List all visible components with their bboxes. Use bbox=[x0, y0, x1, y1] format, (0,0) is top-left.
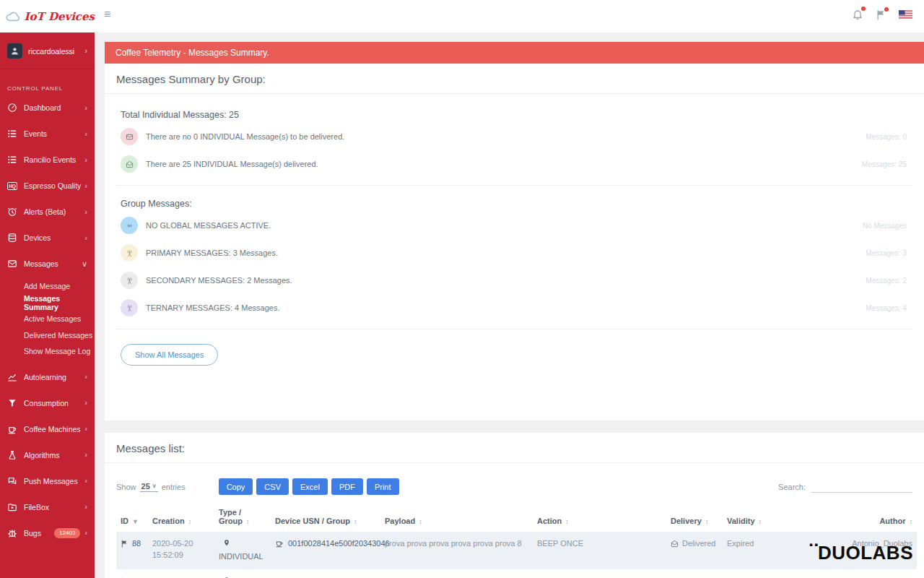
sidebar-item-label: Consumption bbox=[24, 399, 69, 407]
sort-icon: ↕ bbox=[910, 518, 913, 525]
notification-dot bbox=[861, 7, 866, 11]
sort-desc-icon: ▼ bbox=[132, 518, 139, 525]
pdf-button[interactable]: PDF bbox=[331, 478, 363, 495]
print-button[interactable]: Print bbox=[367, 478, 399, 495]
submenu-add-message[interactable]: Add Message bbox=[0, 278, 95, 295]
sidebar-user[interactable]: riccardoalessi › bbox=[0, 33, 95, 69]
submenu-show-message-log[interactable]: Show Message Log bbox=[0, 343, 95, 360]
group-row-ternary: TERNARY MESSAGES: 4 Messages. Messages: … bbox=[121, 294, 908, 322]
col-action[interactable]: Action ↕ bbox=[533, 504, 666, 532]
sidebar-item-alerts[interactable]: Alerts (Beta) › bbox=[0, 199, 95, 225]
sidebar-item-consumption[interactable]: Consumption › bbox=[0, 390, 95, 416]
total-individual-messages: Total Individual Messages: 25 bbox=[121, 110, 908, 120]
envelope-open-icon bbox=[671, 540, 679, 548]
sidebar-item-events[interactable]: Events › bbox=[0, 121, 95, 147]
flask-icon bbox=[7, 450, 17, 460]
submenu-delivered-messages[interactable]: Delivered Messages bbox=[0, 327, 95, 344]
show-label: Show bbox=[116, 483, 136, 491]
message-author: Antonio_Duolabs bbox=[811, 569, 917, 578]
sidebar-item-label: Dashboard bbox=[24, 103, 61, 112]
group-row-count: Messages: 2 bbox=[866, 277, 907, 285]
bug-icon bbox=[7, 528, 17, 538]
page-size-select[interactable]: 25 ∨ bbox=[140, 482, 158, 492]
notification-dot bbox=[884, 7, 889, 12]
chevron-right-icon: › bbox=[84, 47, 87, 55]
table-header-row: ID ▼ Creation ↕ Type / Group ↕ Device US… bbox=[116, 504, 917, 532]
duolabs-text: DUOLABS bbox=[818, 542, 913, 564]
sidebar-item-dashboard[interactable]: Dashboard › bbox=[0, 95, 95, 121]
app-logo[interactable]: IoT Devices bbox=[0, 0, 95, 33]
chevron-right-icon: › bbox=[84, 399, 87, 407]
copy-button[interactable]: Copy bbox=[219, 478, 253, 495]
export-buttons: Copy CSV Excel PDF Print bbox=[219, 478, 399, 495]
sidebar-item-coffee-machines[interactable]: Coffee Machines › bbox=[0, 416, 95, 442]
submenu-messages-summary[interactable]: Messages Summary bbox=[0, 295, 95, 311]
summary-card-title: Messages Summary by Group: bbox=[105, 64, 924, 94]
chat-bubbles-icon bbox=[7, 476, 17, 486]
chevron-right-icon: › bbox=[84, 477, 87, 485]
sidebar-item-filebox[interactable]: FileBox › bbox=[0, 494, 95, 520]
sidebar-item-label: Alerts (Beta) bbox=[24, 207, 66, 216]
csv-button[interactable]: CSV bbox=[256, 478, 289, 495]
chevron-right-icon: › bbox=[84, 451, 87, 459]
search-input[interactable] bbox=[811, 480, 912, 493]
submenu-active-messages[interactable]: Active Messages bbox=[0, 311, 95, 327]
col-type-group[interactable]: Type / Group ↕ bbox=[214, 504, 271, 532]
sidebar-item-push-messages[interactable]: Push Messages › bbox=[0, 468, 95, 494]
group-row-primary: PRIMARY MESSAGES: 3 Messages. Messages: … bbox=[121, 239, 908, 267]
col-author[interactable]: Author ↕ bbox=[811, 504, 917, 532]
col-device-usn[interactable]: Device USN / Group ↕ bbox=[271, 504, 380, 532]
message-type: INDIVIDUAL bbox=[219, 551, 266, 563]
gauge-icon bbox=[7, 103, 17, 113]
excel-button[interactable]: Excel bbox=[292, 478, 328, 495]
summary-row-undelivered: There are no 0 INDIVIDUAL Message(s) to … bbox=[121, 123, 908, 150]
chevron-right-icon: › bbox=[84, 529, 87, 537]
sidebar-item-bugs[interactable]: Bugs 12403 › bbox=[0, 520, 95, 546]
flag-alerts-icon[interactable] bbox=[876, 9, 886, 20]
col-validity[interactable]: Validity ↕ bbox=[723, 504, 811, 532]
sidebar-item-rancilio-events[interactable]: Rancilio Events › bbox=[0, 147, 95, 173]
search-label: Search: bbox=[778, 483, 806, 491]
sidebar: riccardoalessi › CONTROL PANEL Dashboard… bbox=[0, 33, 95, 578]
sort-icon: ↕ bbox=[759, 518, 762, 525]
topbar-icons bbox=[852, 9, 912, 20]
summary-row-count: Messages: 0 bbox=[866, 133, 907, 141]
divider bbox=[116, 185, 912, 186]
group-row-count: No Messages bbox=[863, 222, 907, 230]
coffee-cup-icon bbox=[7, 424, 17, 434]
group-row-text: TERNARY MESSAGES: 4 Messages. bbox=[146, 303, 279, 312]
antenna-icon bbox=[121, 272, 138, 289]
col-creation[interactable]: Creation ↕ bbox=[148, 504, 214, 532]
sidebar-item-devices[interactable]: Devices › bbox=[0, 225, 95, 251]
sidebar-item-algorithms[interactable]: Algorithms › bbox=[0, 442, 95, 468]
alarm-clock-icon bbox=[7, 207, 17, 217]
sidebar-item-autolearning[interactable]: Autolearning › bbox=[0, 364, 95, 390]
language-us-flag-icon[interactable] bbox=[899, 10, 912, 19]
messages-list-title: Messages list: bbox=[105, 433, 924, 463]
col-delivery[interactable]: Delivery ↕ bbox=[666, 504, 723, 532]
table-row[interactable]: 87 2020-05-20 15:46:12 INDIVIDUAL 001f00… bbox=[116, 569, 917, 578]
col-payload[interactable]: Payload ↕ bbox=[380, 504, 533, 532]
broadcast-icon bbox=[121, 217, 138, 234]
message-action: BEEP ONCE bbox=[533, 569, 666, 578]
sidebar-item-espresso-quality[interactable]: HQ Espresso Quality › bbox=[0, 173, 95, 199]
group-row-secondary: SECONDARY MESSAGES: 2 Messages. Messages… bbox=[121, 267, 908, 294]
sidebar-item-messages[interactable]: Messages ∨ bbox=[0, 251, 95, 277]
brand-name: IoT Devices bbox=[25, 10, 95, 23]
hq-badge-icon: HQ bbox=[7, 182, 17, 190]
list-icon bbox=[7, 129, 17, 139]
messages-submenu: Add Message Messages Summary Active Mess… bbox=[0, 277, 95, 364]
hamburger-menu-icon[interactable]: ≡ bbox=[104, 8, 110, 21]
chevron-down-icon: ∨ bbox=[82, 260, 87, 268]
sidebar-item-label: Algorithms bbox=[24, 451, 60, 460]
sidebar-item-label: Coffee Machines bbox=[24, 425, 81, 434]
table-row[interactable]: 88 2020-05-20 15:52:09 INDIVIDUAL 001f00… bbox=[116, 532, 917, 569]
summary-row-text: There are no 0 INDIVIDUAL Message(s) to … bbox=[146, 132, 344, 141]
flag-icon bbox=[121, 540, 128, 548]
col-id[interactable]: ID ▼ bbox=[116, 504, 148, 532]
show-all-messages-button[interactable]: Show All Messages bbox=[121, 344, 218, 366]
caret-down-icon: ∨ bbox=[152, 483, 157, 489]
summary-row-count: Messages: 25 bbox=[862, 160, 907, 168]
sidebar-item-label: Events bbox=[24, 129, 47, 138]
notifications-bell-icon[interactable] bbox=[852, 9, 863, 20]
